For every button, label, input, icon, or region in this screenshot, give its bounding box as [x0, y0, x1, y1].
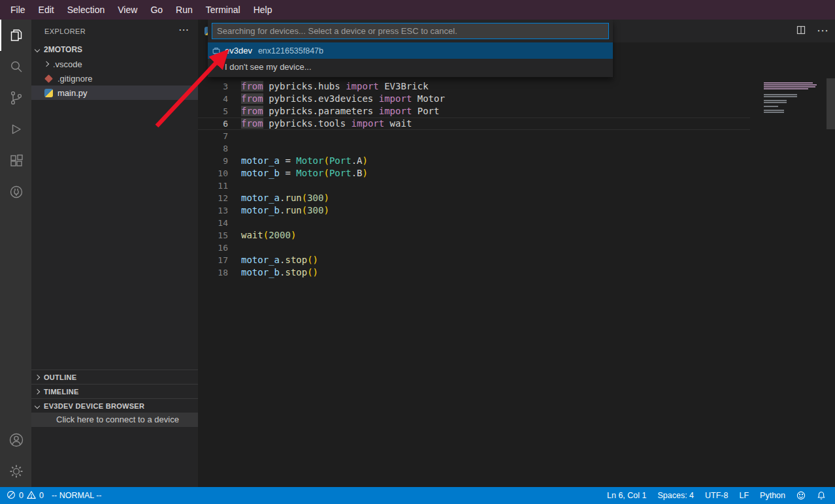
- language-mode[interactable]: Python: [760, 491, 785, 500]
- menu-run[interactable]: Run: [169, 0, 199, 20]
- menu-edit[interactable]: Edit: [32, 0, 61, 20]
- explorer-icon[interactable]: [0, 20, 31, 51]
- device-search-input[interactable]: [212, 23, 609, 39]
- code-line-16[interactable]: 16: [198, 242, 750, 254]
- run-debug-icon[interactable]: [0, 114, 31, 145]
- extensions-icon[interactable]: [0, 145, 31, 176]
- encoding[interactable]: UTF-8: [705, 491, 728, 500]
- editor-actions: ⋯: [796, 20, 828, 42]
- chevron-down-icon: [35, 47, 40, 52]
- section-label: EV3DEV DEVICE BROWSER: [44, 402, 144, 410]
- eol-sequence[interactable]: LF: [739, 491, 749, 500]
- warnings-icon: [27, 490, 36, 501]
- menu-file[interactable]: File: [4, 0, 32, 20]
- chevron-right-icon: [35, 374, 40, 379]
- explorer-more-actions-icon[interactable]: ⋯: [178, 24, 189, 36]
- code-text: motor_a.run(300): [228, 192, 329, 204]
- code-line-10[interactable]: 10motor_b = Motor(Port.B): [198, 167, 750, 180]
- code-text: [228, 130, 241, 142]
- quickpick-item-i-don-t-see-my-device[interactable]: I don't see my device...: [208, 59, 613, 75]
- file-label: .vscode: [53, 59, 82, 69]
- code-line-4[interactable]: 4from pybricks.ev3devices import Motor: [198, 93, 750, 105]
- file-gitignore[interactable]: .gitignore: [31, 71, 198, 86]
- code-line-6[interactable]: 6from pybricks.tools import wait: [198, 118, 750, 130]
- code-lines: 123from pybricks.hubs import EV3Brick4fr…: [198, 55, 750, 279]
- section-timeline[interactable]: TIMELINE: [31, 384, 198, 398]
- section-label: TIMELINE: [44, 388, 79, 396]
- code-line-9[interactable]: 9motor_a = Motor(Port.A): [198, 155, 750, 167]
- line-number: 5: [198, 105, 228, 118]
- code-text: from pybricks.parameters import Port: [228, 105, 439, 118]
- code-text: [228, 242, 241, 254]
- more-actions-icon[interactable]: ⋯: [817, 20, 828, 42]
- code-area[interactable]: 123from pybricks.hubs import EV3Brick4fr…: [198, 42, 835, 487]
- minimap-line: [764, 84, 817, 86]
- problems-indicator[interactable]: 0 0: [7, 490, 44, 501]
- line-number: 17: [198, 254, 228, 266]
- folder-root[interactable]: 2MOTORS: [31, 42, 198, 57]
- sidebar-header: EXPLORER ⋯: [31, 20, 198, 42]
- line-number: 11: [198, 180, 228, 192]
- quickpick-item-ev3dev[interactable]: ev3devenx1216535f847b: [208, 42, 613, 59]
- section-label: OUTLINE: [44, 373, 76, 381]
- device-browser-connect[interactable]: Click here to connect to a device: [31, 413, 198, 427]
- code-text: motor_b.stop(): [228, 266, 318, 279]
- menu-view[interactable]: View: [111, 0, 144, 20]
- minimap-line: [764, 110, 784, 111]
- notifications-bell-icon[interactable]: [817, 491, 826, 500]
- scrollbar[interactable]: [827, 78, 835, 129]
- minimap-line: [764, 100, 787, 101]
- file-label: .gitignore: [57, 74, 92, 84]
- file-vscode[interactable]: .vscode: [31, 57, 198, 71]
- code-line-15[interactable]: 15wait(2000): [198, 229, 750, 242]
- section-outline[interactable]: OUTLINE: [31, 370, 198, 384]
- line-number: 15: [198, 229, 228, 242]
- code-line-5[interactable]: 5from pybricks.parameters import Port: [198, 105, 750, 118]
- settings-gear-icon[interactable]: [0, 456, 31, 487]
- chevron-down-icon: [35, 403, 40, 408]
- ev3dev-icon[interactable]: [0, 176, 31, 208]
- minimap[interactable]: [764, 78, 826, 114]
- feedback-smiley-icon[interactable]: [796, 491, 806, 500]
- file-main-py[interactable]: main.py: [31, 86, 198, 100]
- code-line-11[interactable]: 11: [198, 180, 750, 192]
- quickpick-item-label: ev3dev: [225, 46, 252, 55]
- code-line-12[interactable]: 12motor_a.run(300): [198, 192, 750, 204]
- minimap-line: [764, 82, 813, 84]
- line-number: 6: [198, 118, 228, 130]
- quickpick-item-description: enx1216535f847b: [258, 46, 323, 55]
- menu-terminal[interactable]: Terminal: [199, 0, 247, 20]
- source-control-icon[interactable]: [0, 82, 31, 114]
- quickpick-item-label: I don't see my device...: [225, 62, 312, 72]
- minimap-line: [764, 88, 808, 89]
- code-line-18[interactable]: 18motor_b.stop(): [198, 266, 750, 279]
- git-file-icon: [44, 74, 53, 83]
- errors-icon: [7, 490, 16, 501]
- code-line-8[interactable]: 8: [198, 142, 750, 155]
- menu-help[interactable]: Help: [247, 0, 279, 20]
- code-text: wait(2000): [228, 229, 296, 242]
- minimap-line: [764, 96, 797, 97]
- code-line-17[interactable]: 17motor_a.stop(): [198, 254, 750, 266]
- icon-slot: [212, 63, 221, 72]
- split-editor-icon[interactable]: [796, 25, 806, 38]
- minimap-line: [764, 106, 778, 107]
- warnings-count: 0: [39, 491, 44, 500]
- menu-selection[interactable]: Selection: [61, 0, 112, 20]
- code-line-13[interactable]: 13motor_b.run(300): [198, 204, 750, 217]
- menu-go[interactable]: Go: [144, 0, 169, 20]
- search-icon[interactable]: [0, 51, 31, 82]
- menu-bar: FileEditSelectionViewGoRunTerminalHelp: [0, 0, 835, 20]
- cursor-position[interactable]: Ln 6, Col 1: [607, 491, 646, 500]
- accounts-icon[interactable]: [0, 424, 31, 456]
- indentation[interactable]: Spaces: 4: [657, 491, 694, 500]
- line-number: 10: [198, 167, 228, 180]
- vim-mode-indicator[interactable]: -- NORMAL --: [52, 491, 102, 500]
- editor: main.py × ⋯ 123from pybricks.hubs import…: [198, 20, 835, 487]
- code-line-3[interactable]: 3from pybricks.hubs import EV3Brick: [198, 80, 750, 93]
- code-line-7[interactable]: 7: [198, 130, 750, 142]
- code-line-14[interactable]: 14: [198, 217, 750, 229]
- line-number: 14: [198, 217, 228, 229]
- section-ev3dev-device-browser[interactable]: EV3DEV DEVICE BROWSER: [31, 398, 198, 413]
- chevron-right-icon: [35, 388, 40, 394]
